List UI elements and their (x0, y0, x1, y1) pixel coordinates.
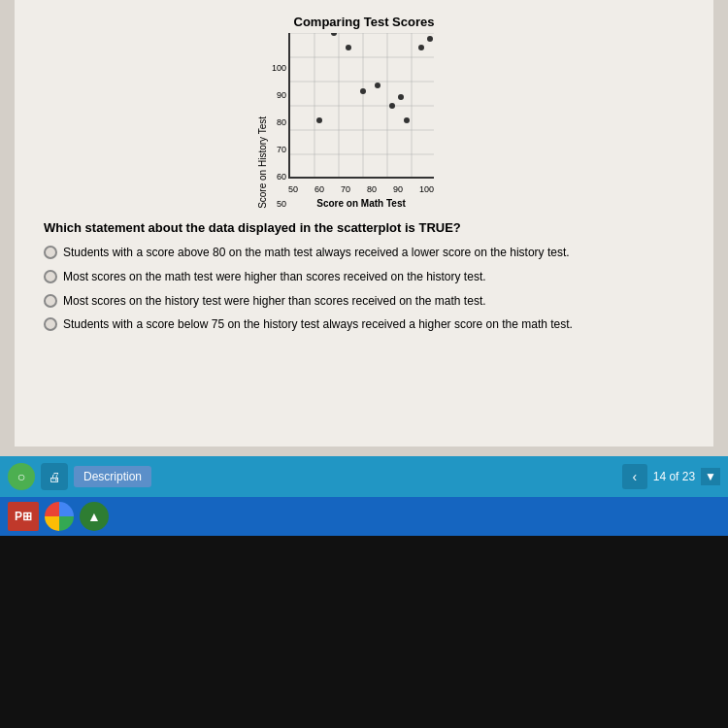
print-button[interactable]: 🖨 (41, 463, 68, 490)
app-taskbar: ○ 🖨 Description ‹ 14 of 23 ▼ (0, 456, 728, 497)
description-button[interactable]: Description (74, 466, 151, 487)
os-taskbar: P⊞ ▲ (0, 497, 728, 536)
files-button[interactable]: ▲ (80, 502, 109, 531)
data-point (389, 103, 395, 109)
answer-text-3: Most scores on the history test were hig… (63, 293, 486, 310)
chart-plot-area: 50 60 70 80 90 100 Score on Math Test (288, 33, 434, 209)
nav-right: ‹ 14 of 23 ▼ (622, 464, 720, 489)
x-axis-ticks: 50 60 70 80 90 100 (288, 184, 434, 194)
chart-title: Comparing Test Scores (257, 15, 471, 29)
data-point (427, 36, 433, 42)
chart-container: Comparing Test Scores Score on History T… (257, 15, 471, 209)
powerpoint-button[interactable]: P⊞ (8, 502, 39, 531)
data-point (404, 117, 410, 123)
chart-section: Comparing Test Scores Score on History T… (34, 15, 694, 209)
radio-1[interactable] (44, 246, 57, 259)
triangle-icon: ▲ (87, 509, 101, 524)
page-dropdown[interactable]: ▼ (701, 468, 720, 485)
scatterplot-svg (288, 33, 434, 179)
prev-button[interactable]: ‹ (622, 464, 647, 489)
x-axis-label: Score on Math Test (288, 198, 434, 209)
print-icon: 🖨 (49, 470, 61, 484)
data-point (375, 83, 381, 88)
data-point (418, 45, 424, 50)
data-point (398, 94, 404, 100)
question-section: Which statement about the data displayed… (34, 220, 694, 333)
answer-text-2: Most scores on the math test were higher… (63, 269, 486, 285)
data-point (360, 88, 366, 94)
chrome-button[interactable] (45, 502, 74, 531)
answer-option-1[interactable]: Students with a score above 80 on the ma… (44, 245, 684, 261)
radio-2[interactable] (44, 270, 57, 283)
answer-option-4[interactable]: Students with a score below 75 on the hi… (44, 316, 684, 333)
green-circle-button[interactable]: ○ (8, 463, 35, 490)
data-point (346, 45, 351, 50)
answer-option-2[interactable]: Most scores on the math test were higher… (44, 269, 684, 285)
radio-3[interactable] (44, 294, 57, 308)
y-tick-labels: 100 90 80 70 60 50 (272, 63, 288, 209)
data-point (316, 117, 322, 123)
circle-icon: ○ (17, 469, 25, 484)
answer-option-3[interactable]: Most scores on the history test were hig… (44, 293, 684, 310)
page-indicator: 14 of 23 (653, 470, 695, 483)
bottom-black-area (0, 536, 728, 728)
y-axis-label: Score on History Test (257, 116, 268, 209)
data-point (331, 33, 337, 36)
question-text: Which statement about the data displayed… (44, 220, 684, 235)
radio-4[interactable] (44, 317, 57, 331)
answer-text-1: Students with a score above 80 on the ma… (63, 245, 570, 261)
answer-text-4: Students with a score below 75 on the hi… (63, 316, 573, 333)
